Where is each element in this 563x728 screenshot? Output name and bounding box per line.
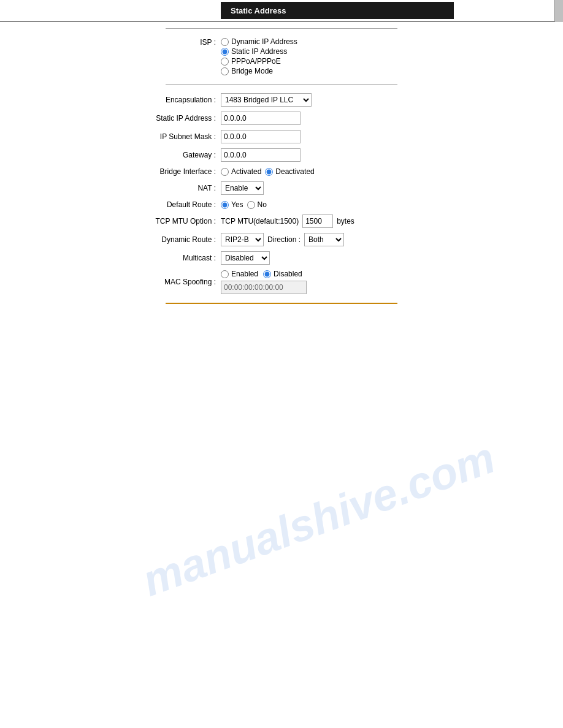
form-section: Encapsulation : 1483 Bridged IP LLC 1483… xyxy=(0,85,563,303)
scrollbar[interactable] xyxy=(554,0,563,22)
default-route-yes-radio[interactable] xyxy=(221,201,229,209)
isp-options: Dynamic IP Address Static IP Address PPP… xyxy=(221,37,297,75)
main-content: ISP : Dynamic IP Address Static IP Addre… xyxy=(0,22,563,310)
subnet-mask-control xyxy=(221,130,301,143)
mac-disabled-option[interactable]: Disabled xyxy=(263,270,302,278)
gateway-label: Gateway : xyxy=(0,151,221,159)
direction-select[interactable]: Both In Only Out Only None xyxy=(304,233,344,246)
default-route-no-radio[interactable] xyxy=(247,201,255,209)
isp-static-ip-radio[interactable] xyxy=(221,48,229,56)
static-ip-row: Static IP Address : xyxy=(0,109,563,127)
direction-label: Direction : xyxy=(267,235,301,244)
bridge-interface-row: Bridge Interface : Activated Deactivated xyxy=(0,164,563,179)
dynamic-route-label: Dynamic Route : xyxy=(0,235,221,244)
gateway-row: Gateway : xyxy=(0,146,563,164)
encapsulation-label: Encapsulation : xyxy=(0,96,221,104)
default-route-yes-label: Yes xyxy=(231,200,243,209)
isp-label: ISP : xyxy=(0,37,221,47)
header-title: Static Address xyxy=(221,2,454,19)
multicast-row: Multicast : Disabled IGMPv1 IGMPv2 xyxy=(0,249,563,267)
bridge-activated-option[interactable]: Activated xyxy=(221,167,261,176)
dynamic-route-row: Dynamic Route : RIP2-B RIP1 RIP2 Directi… xyxy=(0,230,563,249)
isp-pppoa-label: PPPoA/PPPoE xyxy=(231,57,281,66)
multicast-label: Multicast : xyxy=(0,254,221,262)
bridge-interface-label: Bridge Interface : xyxy=(0,167,221,176)
encapsulation-select[interactable]: 1483 Bridged IP LLC 1483 Routed IP LLC P… xyxy=(221,93,312,107)
isp-static-ip-option[interactable]: Static IP Address xyxy=(221,47,297,56)
multicast-select[interactable]: Disabled IGMPv1 IGMPv2 xyxy=(221,251,270,265)
default-route-no-option[interactable]: No xyxy=(247,200,267,209)
gateway-input[interactable] xyxy=(221,148,301,162)
encapsulation-row: Encapsulation : 1483 Bridged IP LLC 1483… xyxy=(0,91,563,109)
tcp-mtu-unit: bytes xyxy=(337,217,354,226)
subnet-mask-label: IP Subnet Mask : xyxy=(0,132,221,141)
bridge-activated-radio[interactable] xyxy=(221,168,229,176)
dynamic-route-control: RIP2-B RIP1 RIP2 Direction : Both In Onl… xyxy=(221,233,344,246)
dynamic-route-select[interactable]: RIP2-B RIP1 RIP2 xyxy=(221,233,264,246)
tcp-mtu-input[interactable] xyxy=(302,214,333,228)
bottom-divider xyxy=(166,303,397,304)
mac-enabled-radio[interactable] xyxy=(221,270,229,278)
isp-dynamic-ip-label: Dynamic IP Address xyxy=(231,37,297,46)
mac-enabled-label: Enabled xyxy=(231,270,258,278)
isp-row: ISP : Dynamic IP Address Static IP Addre… xyxy=(0,35,563,78)
subnet-mask-row: IP Subnet Mask : xyxy=(0,127,563,146)
static-ip-control xyxy=(221,112,301,125)
watermark: manualshive.com xyxy=(136,432,502,606)
encapsulation-control: 1483 Bridged IP LLC 1483 Routed IP LLC P… xyxy=(221,93,312,107)
header-title-text: Static Address xyxy=(231,6,286,15)
mac-enabled-option[interactable]: Enabled xyxy=(221,270,258,278)
default-route-control: Yes No xyxy=(221,200,267,209)
nat-control: Enable Disable xyxy=(221,181,264,195)
mac-disabled-radio[interactable] xyxy=(263,270,271,278)
tcp-mtu-static-text: TCP MTU(default:1500) xyxy=(221,217,299,226)
mac-spoofing-label: MAC Spoofing : xyxy=(0,278,221,286)
nat-row: NAT : Enable Disable xyxy=(0,179,563,197)
mac-disabled-label: Disabled xyxy=(274,270,302,278)
default-route-row: Default Route : Yes No xyxy=(0,197,563,212)
default-route-label: Default Route : xyxy=(0,200,221,209)
isp-bridge-label: Bridge Mode xyxy=(231,67,273,75)
mac-address-input[interactable] xyxy=(221,281,307,294)
bridge-interface-control: Activated Deactivated xyxy=(221,167,315,176)
bridge-deactivated-label: Deactivated xyxy=(275,167,314,176)
subnet-mask-input[interactable] xyxy=(221,130,301,143)
bridge-activated-label: Activated xyxy=(231,167,261,176)
isp-static-ip-label: Static IP Address xyxy=(231,47,287,56)
static-ip-label: Static IP Address : xyxy=(0,114,221,123)
isp-bridge-radio[interactable] xyxy=(221,67,229,75)
tcp-mtu-row: TCP MTU Option : TCP MTU(default:1500) b… xyxy=(0,212,563,230)
nat-label: NAT : xyxy=(0,184,221,192)
nat-select[interactable]: Enable Disable xyxy=(221,181,264,195)
gateway-control xyxy=(221,148,301,162)
multicast-control: Disabled IGMPv1 IGMPv2 xyxy=(221,251,270,265)
isp-dynamic-ip-option[interactable]: Dynamic IP Address xyxy=(221,37,297,46)
tcp-mtu-control: TCP MTU(default:1500) bytes xyxy=(221,214,354,228)
isp-bridge-option[interactable]: Bridge Mode xyxy=(221,67,297,75)
bridge-deactivated-option[interactable]: Deactivated xyxy=(265,167,314,176)
mac-spoofing-row: MAC Spoofing : Enabled Disabled xyxy=(0,267,563,297)
isp-pppoa-radio[interactable] xyxy=(221,58,229,66)
header-bar: Static Address xyxy=(0,0,563,22)
default-route-yes-option[interactable]: Yes xyxy=(221,200,243,209)
isp-section: ISP : Dynamic IP Address Static IP Addre… xyxy=(0,29,563,84)
isp-dynamic-ip-radio[interactable] xyxy=(221,38,229,46)
tcp-mtu-label: TCP MTU Option : xyxy=(0,217,221,226)
isp-pppoa-option[interactable]: PPPoA/PPPoE xyxy=(221,57,297,66)
bridge-deactivated-radio[interactable] xyxy=(265,168,273,176)
mac-spoofing-control: Enabled Disabled xyxy=(221,270,307,294)
static-ip-input[interactable] xyxy=(221,112,301,125)
default-route-no-label: No xyxy=(258,200,267,209)
